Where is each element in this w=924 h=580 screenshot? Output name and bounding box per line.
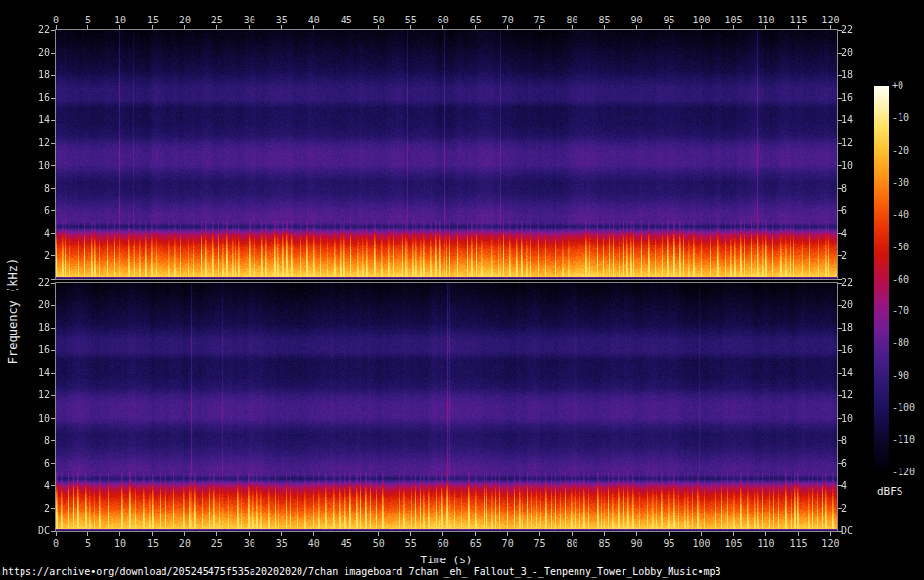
time-tick-label: 30 (235, 538, 264, 549)
time-tick-label: 45 (332, 538, 361, 549)
time-tick-label: 15 (138, 538, 167, 549)
freq-tick-mark (51, 395, 55, 396)
colorbar (874, 86, 889, 472)
freq-tick-label: 18 (841, 69, 873, 80)
time-tick-mark (152, 532, 153, 536)
freq-tick-label: 2 (841, 503, 873, 513)
freq-tick-label: 6 (18, 458, 50, 468)
time-tick-mark (346, 25, 346, 29)
freq-tick-mark (51, 75, 55, 76)
time-tick-mark (669, 25, 670, 29)
time-tick-label: 25 (203, 538, 232, 549)
colorbar-title: dBFS (877, 485, 903, 498)
time-tick-mark (313, 25, 314, 29)
freq-tick-label: 18 (18, 322, 50, 333)
time-tick-label: 5 (73, 538, 103, 549)
time-tick-label: 40 (300, 538, 329, 549)
time-tick-mark (410, 25, 411, 29)
freq-tick-label: 20 (18, 47, 50, 58)
time-tick-label: 10 (106, 538, 135, 549)
time-tick-label: 80 (558, 15, 587, 25)
freq-tick-label: 22 (18, 24, 50, 35)
time-tick-mark (184, 532, 185, 536)
time-tick-label: 15 (138, 15, 167, 25)
freq-tick-label: 20 (18, 299, 50, 310)
time-tick-mark (475, 532, 476, 536)
time-tick-label: 35 (267, 15, 297, 25)
freq-tick-label: 14 (841, 367, 873, 378)
colorbar-tick-label: -100 (892, 402, 924, 413)
time-tick-mark (442, 532, 443, 536)
time-tick-mark (507, 532, 508, 536)
time-tick-label: 120 (815, 538, 845, 549)
freq-tick-mark (51, 120, 55, 121)
freq-tick-mark (51, 418, 55, 419)
spectrogram-figure: Frequency (kHz) dBFS Time (s) https://ar… (0, 0, 924, 580)
freq-tick-label: 20 (841, 47, 873, 58)
colorbar-tick-label: -10 (892, 112, 924, 123)
time-tick-label: 5 (73, 15, 103, 25)
freq-tick-mark (51, 255, 55, 256)
time-tick-mark (281, 25, 282, 29)
time-tick-mark (669, 532, 670, 536)
time-tick-mark (572, 532, 573, 536)
freq-tick-label: 12 (841, 389, 873, 400)
spectrogram-canvas-channel-2 (56, 283, 837, 531)
freq-tick-mark (51, 305, 55, 306)
time-tick-label: 100 (687, 538, 716, 549)
time-tick-mark (765, 532, 766, 536)
colorbar-tick-label: -120 (892, 467, 924, 477)
spectrogram-panel-channel-1 (55, 29, 838, 280)
colorbar-tick-label: -110 (892, 434, 924, 445)
freq-tick-label: DC (18, 525, 50, 536)
time-tick-mark (475, 25, 476, 29)
time-tick-label: 110 (751, 538, 780, 549)
freq-tick-mark (51, 98, 55, 99)
freq-tick-label: DC (841, 525, 873, 536)
freq-tick-mark (51, 53, 55, 54)
time-tick-label: 45 (332, 15, 361, 25)
colorbar-tick-label: -70 (892, 305, 924, 316)
freq-tick-mark (51, 283, 55, 284)
time-tick-mark (119, 532, 120, 536)
time-tick-mark (346, 532, 346, 536)
freq-tick-label: 10 (841, 413, 873, 424)
time-tick-mark (216, 25, 217, 29)
time-tick-label: 115 (783, 538, 812, 549)
freq-tick-mark (51, 373, 55, 374)
freq-tick-mark (51, 463, 55, 464)
time-tick-label: 40 (300, 15, 329, 25)
freq-tick-label: 4 (18, 480, 50, 491)
time-tick-mark (442, 25, 443, 29)
freq-tick-label: 6 (18, 205, 50, 216)
freq-tick-mark (51, 188, 55, 189)
time-tick-label: 115 (783, 15, 812, 25)
time-tick-label: 55 (396, 15, 426, 25)
freq-tick-label: 4 (841, 480, 873, 491)
time-tick-mark (636, 25, 637, 29)
freq-tick-label: 8 (18, 435, 50, 446)
time-tick-label: 95 (655, 538, 684, 549)
time-tick-label: 10 (106, 15, 135, 25)
freq-tick-mark (51, 508, 55, 509)
colorbar-tick-label: -40 (892, 209, 924, 220)
freq-tick-label: 22 (841, 24, 873, 35)
freq-tick-label: 10 (841, 160, 873, 171)
spectrogram-canvas-channel-1 (56, 30, 837, 279)
freq-tick-label: 14 (18, 367, 50, 378)
time-tick-label: 50 (364, 15, 393, 25)
freq-tick-mark (51, 485, 55, 486)
time-tick-label: 60 (429, 538, 458, 549)
time-tick-mark (56, 532, 57, 536)
freq-tick-label: 14 (18, 114, 50, 125)
colorbar-tick-label: -50 (892, 242, 924, 252)
freq-tick-mark (51, 350, 55, 351)
time-tick-label: 70 (493, 538, 523, 549)
time-tick-mark (798, 532, 799, 536)
time-tick-label: 75 (526, 15, 555, 25)
freq-tick-label: 12 (18, 137, 50, 148)
time-tick-mark (701, 532, 702, 536)
freq-tick-mark (51, 143, 55, 144)
time-tick-label: 20 (170, 538, 200, 549)
time-tick-mark (152, 25, 153, 29)
